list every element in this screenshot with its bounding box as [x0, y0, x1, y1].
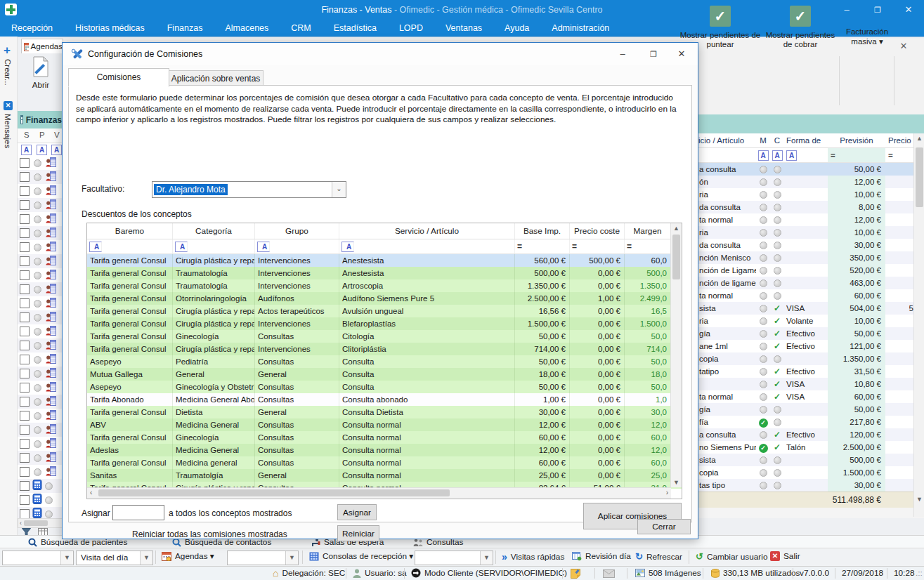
tab-agendas[interactable]: Agendas	[21, 39, 63, 53]
list-item[interactable]	[18, 296, 62, 310]
agenda-combobox[interactable]: ▼	[227, 551, 299, 565]
maximize-button[interactable]: ❐	[862, 0, 893, 20]
visita-combobox[interactable]: Visita del día▼	[76, 551, 153, 565]
list-item[interactable]	[18, 437, 62, 451]
row-checkbox[interactable]	[20, 509, 30, 518]
create-label[interactable]: Crear...	[4, 59, 12, 86]
table-row[interactable]: Tarifa general ConsulGinecologíaConsulta…	[87, 431, 682, 444]
table-row[interactable]: Tarifa general ConsulGinecologíaConsulta…	[87, 330, 682, 343]
table-row[interactable]: SanitasTraumatolgíaGeneralConsulta norma…	[87, 469, 682, 482]
col-baremo[interactable]: Baremo	[87, 223, 173, 239]
col-coste[interactable]: Precio coste	[570, 223, 625, 239]
text-filter-icon[interactable]: A	[758, 150, 769, 161]
table-row[interactable]: da consulta8,00 €	[697, 201, 924, 213]
scroll-thumb[interactable]	[916, 147, 923, 207]
col-m[interactable]: M	[756, 133, 770, 147]
facultativo-combobox[interactable]: Dr. Alejandro Mota ⌄	[152, 181, 346, 198]
menu-almacenes[interactable]: Almacenes	[214, 20, 280, 37]
sales-filter-row[interactable]: A A A = =	[697, 148, 924, 163]
numeric-filter-icon[interactable]: =	[570, 239, 625, 253]
dialog-close-bottom-button[interactable]: Cerrar	[637, 519, 691, 534]
close-button[interactable]: ✕	[893, 0, 924, 20]
row-checkbox[interactable]	[20, 453, 30, 463]
inner-window-close-icon[interactable]: ✕	[897, 41, 911, 52]
commission-hscrollbar[interactable]: ‹ ›	[87, 487, 671, 499]
exit-button[interactable]: ✕ Salir	[770, 551, 800, 561]
row-checkbox[interactable]	[20, 425, 30, 435]
col-precio[interactable]: Precio	[885, 133, 913, 147]
table-row[interactable]: Tarifa general ConsulOtorrinolaringologí…	[87, 292, 682, 305]
menu-estadistica[interactable]: Estadística	[323, 20, 388, 37]
table-row[interactable]: ón12,00 €	[697, 176, 924, 188]
table-row[interactable]: gía✓Efectivo50,00 €	[697, 327, 924, 340]
list-item[interactable]	[18, 507, 62, 518]
text-filter-icon[interactable]: A	[341, 242, 354, 252]
menu-ayuda[interactable]: Ayuda	[493, 20, 540, 37]
col-c[interactable]: C	[770, 133, 784, 147]
text-filter-icon[interactable]: A	[772, 150, 783, 161]
table-row[interactable]: Tarifa AbonadoMedicina General AboConsul…	[87, 393, 682, 406]
table-row[interactable]: Tarifa general ConsulCirugía plástica y …	[87, 343, 682, 355]
messages-label[interactable]: Mensajes	[4, 114, 12, 148]
table-row[interactable]: fía✓217,80 €	[697, 416, 924, 428]
assign-input[interactable]	[112, 505, 164, 520]
col-categoria[interactable]: Categoría	[173, 223, 255, 239]
numeric-filter-icon[interactable]: =	[625, 239, 671, 253]
row-checkbox[interactable]	[20, 369, 30, 378]
text-filter-icon[interactable]: A	[175, 242, 188, 252]
list-item[interactable]	[18, 423, 62, 437]
table-row[interactable]: tas tipo30,00 €	[697, 479, 924, 492]
menu-historias[interactable]: Historias médicas	[64, 20, 156, 37]
day-review-button[interactable]: Revisión día	[572, 551, 631, 561]
scroll-up-icon[interactable]: ▲	[671, 225, 682, 232]
list-item[interactable]	[18, 465, 62, 479]
table-row[interactable]: ✓VISA10,80 €	[697, 378, 924, 390]
menu-lopd[interactable]: LOPD	[388, 20, 434, 37]
numeric-filter-icon[interactable]: =	[515, 239, 570, 253]
table-row[interactable]: nción de Ligame520,00 €	[697, 264, 924, 277]
patient-list-scrollbar[interactable]: ‹	[18, 518, 63, 528]
row-checkbox[interactable]	[20, 228, 30, 238]
refresh-button[interactable]: ↻ Refrescar	[635, 551, 682, 562]
text-filter-icon[interactable]: A	[89, 242, 102, 252]
row-checkbox[interactable]	[20, 284, 30, 294]
list-item[interactable]	[18, 184, 62, 198]
list-item[interactable]	[18, 310, 62, 324]
text-filter-icon[interactable]: A	[51, 145, 62, 155]
row-checkbox[interactable]	[20, 172, 30, 182]
scroll-left-icon[interactable]: ‹	[90, 489, 92, 496]
messages-icon[interactable]: ✕	[4, 101, 13, 110]
text-filter-icon[interactable]: A	[21, 145, 32, 155]
row-checkbox[interactable]	[20, 495, 30, 505]
list-item[interactable]	[18, 226, 62, 240]
row-checkbox[interactable]	[20, 327, 30, 336]
pending-cobrar-button[interactable]: ✓ Mostrar pendientes de cobrar	[764, 6, 836, 49]
table-row[interactable]: Tarifa general ConsulTraumatologíaInterv…	[87, 267, 682, 279]
row-checkbox[interactable]	[20, 158, 30, 168]
table-row[interactable]: da consulta30,00 €	[697, 239, 924, 251]
quick-visits-button[interactable]: » Visitas rápidas	[502, 551, 564, 562]
numeric-filter-icon[interactable]: =	[828, 148, 885, 162]
text-filter-icon[interactable]: A	[257, 242, 270, 252]
text-filter-icon[interactable]: A	[786, 150, 797, 161]
chevron-down-icon[interactable]: ⌄	[332, 182, 346, 197]
row-checkbox[interactable]	[20, 200, 30, 210]
dialog-close-button[interactable]: ✕	[671, 47, 692, 61]
list-item[interactable]	[18, 479, 62, 493]
chevron-down-icon[interactable]: ▼	[140, 551, 152, 565]
commission-filter-row[interactable]: A A A A = = =	[87, 239, 682, 254]
row-checkbox[interactable]	[20, 186, 30, 196]
row-checkbox[interactable]	[20, 355, 30, 364]
list-item[interactable]	[18, 254, 62, 268]
reset-button[interactable]: Reiniciar	[337, 525, 379, 541]
list-item[interactable]	[18, 352, 62, 367]
row-checkbox[interactable]	[20, 411, 30, 421]
list-item[interactable]	[18, 367, 62, 381]
row-checkbox[interactable]	[20, 298, 30, 308]
table-row[interactable]: no Siemens Pure✓✓Talón2.500,00 €	[697, 441, 924, 454]
table-row[interactable]: nción de ligame463,00 €	[697, 277, 924, 289]
open-button[interactable]: Abrir	[25, 56, 56, 91]
list-item[interactable]	[18, 381, 62, 395]
table-row[interactable]: ria✓Volante10,00 €	[697, 315, 924, 327]
envelope-icon[interactable]	[603, 569, 615, 578]
